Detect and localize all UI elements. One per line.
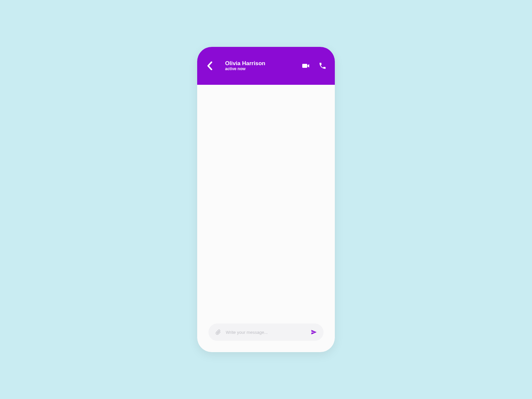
chevron-left-icon [207, 62, 212, 70]
messages-area[interactable] [197, 85, 335, 324]
chat-header: Olivia Harrison active now [197, 47, 335, 85]
contact-info[interactable]: Olivia Harrison active now [225, 61, 296, 71]
phone-icon [319, 62, 327, 70]
paper-plane-icon [311, 329, 317, 335]
video-call-button[interactable] [302, 62, 310, 70]
video-icon [302, 62, 310, 70]
contact-status: active now [225, 66, 296, 71]
voice-call-button[interactable] [318, 62, 327, 70]
composer [208, 324, 324, 341]
chat-screen: Olivia Harrison active now [197, 47, 335, 352]
paperclip-icon [215, 329, 221, 335]
header-actions [302, 62, 327, 70]
composer-area [197, 324, 335, 352]
attach-button[interactable] [214, 329, 222, 336]
contact-name: Olivia Harrison [225, 61, 296, 67]
back-button[interactable] [205, 61, 214, 70]
message-input[interactable] [226, 330, 306, 335]
send-button[interactable] [310, 329, 318, 336]
